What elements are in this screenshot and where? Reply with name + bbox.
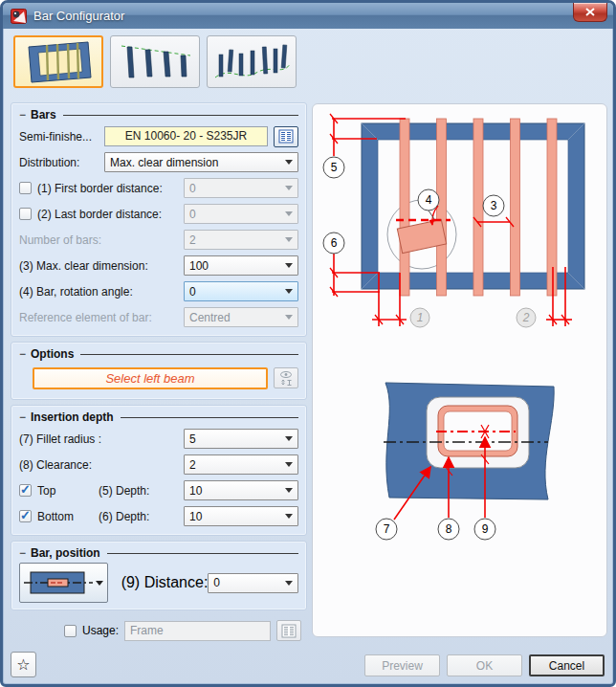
options-group: − Options Select left beam xyxy=(11,342,307,400)
reference-row: Reference element of bar: Centred xyxy=(19,304,298,330)
bars-group-header: − Bars xyxy=(19,106,298,123)
bars-group-title: Bars xyxy=(31,108,56,122)
bar-position-preview-icon xyxy=(24,567,93,598)
top-depth-row: Top (5) Depth: 10 xyxy=(19,477,298,503)
clearance-row: (8) Clearance: 2 xyxy=(19,452,298,477)
clearance-select[interactable]: 2 xyxy=(184,454,298,475)
first-border-select: 0 xyxy=(184,178,298,198)
last-border-select: 0 xyxy=(184,204,298,224)
chevron-down-icon xyxy=(285,315,293,323)
chevron-down-icon xyxy=(285,462,293,471)
preview-button: Preview xyxy=(364,654,440,676)
distribution-select[interactable]: Max. clear dimension xyxy=(104,152,298,172)
bar-position-group: − Bar, position (9) Distance: 0 xyxy=(11,541,307,610)
reference-select: Centred xyxy=(184,307,298,327)
number-of-bars-row: Number of bars: 2 xyxy=(19,227,298,253)
distribution-row: Distribution: Max. clear dimension xyxy=(19,149,298,175)
semi-finished-field[interactable]: EN 10060- 20 - S235JR xyxy=(104,126,268,146)
collapse-icon[interactable]: − xyxy=(19,347,26,361)
callouts-bottom: 7 8 9 xyxy=(376,519,495,540)
frame-top-view: 5 6 4 3 1 2 xyxy=(323,114,584,327)
settings-panel: − Bars Semi-finishe... EN 10060- 20 - S2… xyxy=(11,102,307,641)
callout-6: 6 xyxy=(331,236,338,250)
callout-9: 9 xyxy=(482,522,489,536)
callout-5: 5 xyxy=(331,161,338,174)
group-rule xyxy=(80,354,298,355)
window-title: Bar Configurator xyxy=(33,9,124,23)
chevron-down-icon xyxy=(285,514,293,522)
chevron-down-icon xyxy=(285,263,293,272)
titlebar: Bar Configurator xyxy=(3,3,613,29)
distribution-label: Distribution: xyxy=(19,156,79,169)
insertion-depth-group: − Insertion depth (7) Fillet radius : 5 … xyxy=(11,405,307,536)
group-rule xyxy=(63,115,298,116)
close-button[interactable] xyxy=(573,3,607,22)
chevron-down-icon xyxy=(285,160,293,168)
favorites-button[interactable]: ☆ xyxy=(11,652,36,677)
bottom-checkbox[interactable] xyxy=(19,510,32,522)
bar-position-dropdown[interactable] xyxy=(19,563,108,603)
fillet-radius-row: (7) Fillet radius : 5 xyxy=(19,426,298,452)
cancel-button[interactable]: Cancel xyxy=(529,654,605,676)
last-border-label: (2) Last border distance: xyxy=(37,208,162,221)
bar-type-polyline-button[interactable] xyxy=(207,35,297,88)
top-depth-select[interactable]: 10 xyxy=(184,480,298,500)
chevron-down-icon xyxy=(285,211,293,220)
polyline-bars-thumbnail-icon xyxy=(210,39,293,84)
group-rule xyxy=(107,553,298,554)
callout-7: 7 xyxy=(384,522,390,536)
bars-group: − Bars Semi-finishe... EN 10060- 20 - S2… xyxy=(11,102,307,337)
select-left-beam-button[interactable]: Select left beam xyxy=(33,367,268,389)
bottom-depth-label: (6) Depth: xyxy=(99,510,149,523)
bar-type-frame-button[interactable] xyxy=(13,35,103,88)
callout-1: 1 xyxy=(417,311,424,324)
options-group-title: Options xyxy=(31,347,74,361)
table-icon xyxy=(278,129,294,144)
close-icon xyxy=(585,8,595,16)
top-label: Top xyxy=(37,484,99,498)
chevron-down-icon xyxy=(96,581,103,589)
bottom-label: Bottom xyxy=(37,510,99,523)
max-clear-row: (3) Max. clear dimension: 100 xyxy=(19,253,298,278)
position-group-title: Bar, position xyxy=(31,546,100,560)
chevron-down-icon xyxy=(285,186,293,194)
insertion-group-header: − Insertion depth xyxy=(19,409,298,426)
bottom-depth-select[interactable]: 10 xyxy=(184,506,298,526)
straight-bars-thumbnail-icon xyxy=(114,39,196,84)
distance-label: (9) Distance: xyxy=(121,574,209,591)
distance-select[interactable]: 0 xyxy=(208,573,298,593)
number-of-bars-label: Number of bars: xyxy=(19,233,101,247)
chevron-down-icon xyxy=(285,488,293,497)
rotation-label: (4) Bar, rotation angle: xyxy=(19,285,133,299)
last-border-checkbox[interactable] xyxy=(19,208,32,220)
pick-object-button xyxy=(274,367,298,388)
usage-checkbox[interactable] xyxy=(64,625,77,637)
number-of-bars-select: 2 xyxy=(184,230,298,250)
eye-pick-icon xyxy=(278,370,294,387)
preview-panel: 5 6 4 3 1 2 xyxy=(312,103,607,637)
group-rule xyxy=(121,417,298,418)
first-border-row: (1) First border distance: 0 xyxy=(19,175,298,201)
collapse-icon[interactable]: − xyxy=(19,108,26,122)
fillet-radius-select[interactable]: 5 xyxy=(184,429,298,449)
chevron-down-icon xyxy=(285,581,293,589)
top-checkbox[interactable] xyxy=(19,484,32,497)
bar-type-straight-button[interactable] xyxy=(110,35,200,88)
collapse-icon[interactable]: − xyxy=(19,546,26,560)
usage-table-button xyxy=(276,620,301,641)
bar-configurator-dialog: Bar Configurator xyxy=(0,0,616,687)
position-row: (9) Distance: 0 xyxy=(19,562,298,604)
bar-type-selector xyxy=(13,35,297,88)
section-table-button[interactable] xyxy=(274,126,298,147)
usage-input[interactable] xyxy=(124,621,271,641)
last-border-row: (2) Last border distance: 0 xyxy=(19,201,298,227)
collapse-icon[interactable]: − xyxy=(19,410,26,424)
callout-3: 3 xyxy=(491,199,497,212)
clearance-label: (8) Clearance: xyxy=(19,458,92,472)
max-clear-select[interactable]: 100 xyxy=(184,255,298,276)
rotation-select[interactable]: 0 xyxy=(184,281,298,301)
first-border-checkbox[interactable] xyxy=(19,182,32,194)
callout-8: 8 xyxy=(446,522,452,536)
insertion-group-title: Insertion depth xyxy=(31,410,114,424)
reference-label: Reference element of bar: xyxy=(19,311,152,324)
